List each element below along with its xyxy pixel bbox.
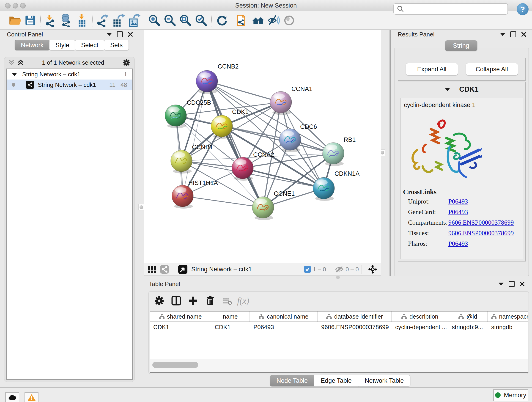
application-window: Session: New Session [0,0,532,402]
crosslink-link[interactable]: P06493 [448,208,468,216]
warning-status-button[interactable] [25,392,38,402]
column-header[interactable]: @id [448,312,488,322]
search-input[interactable] [393,3,508,15]
tab-network-table[interactable]: Network Table [358,375,411,386]
network-node-cdkn1a[interactable] [313,177,335,201]
import-network-database-icon[interactable] [59,13,74,28]
network-edge[interactable] [183,81,207,196]
zoom-in-icon[interactable] [147,13,162,28]
network-node-cdc25b[interactable] [165,105,186,128]
table-cell[interactable]: CDK1 [211,322,250,332]
collapse-results-icon[interactable] [500,33,505,36]
table-cell[interactable]: CDK1 [150,322,211,332]
close-results-icon[interactable] [521,32,526,37]
zoom-out-icon[interactable] [162,13,178,28]
crosslink-link[interactable]: 9606.ENSP00000378699 [448,230,514,237]
table-cell[interactable]: P06493 [250,322,317,332]
expand-collection-icon[interactable] [12,73,17,76]
network-node-rb1[interactable] [323,143,344,166]
tab-select[interactable]: Select [75,40,104,51]
table-row[interactable]: CDK1CDK1P064939606.ENSP00000378699cyclin… [150,322,528,332]
selected-checkbox-icon[interactable] [304,266,311,273]
network-row-selected[interactable]: String Network – cdk1 11 48 [7,80,132,90]
column-header[interactable]: database identifier [317,312,392,322]
tab-edge-table[interactable]: Edge Table [314,375,358,386]
column-header[interactable]: name [211,312,250,322]
left-splitter-handle[interactable] [138,204,144,211]
refresh-icon[interactable] [214,13,230,28]
node-label: CCNE1 [274,190,295,197]
export-image-icon[interactable] [126,13,142,28]
table-cell[interactable]: stringdb [488,322,528,332]
cloud-status-button[interactable] [5,392,19,402]
network-options-gear-icon[interactable] [123,59,130,66]
save-session-icon[interactable] [22,13,38,28]
network-node-cdk1[interactable] [211,115,233,139]
expand-all-icon[interactable] [18,59,24,66]
hscrollbar-thumb[interactable] [152,362,198,368]
collapse-panel-icon[interactable] [107,33,112,36]
collapse-all-icon[interactable] [8,59,14,66]
column-header[interactable]: description [392,312,448,322]
grid-view-icon[interactable] [147,265,157,274]
table-settings-gear-icon[interactable] [152,294,166,307]
birds-eye-view-icon[interactable] [178,264,188,274]
crosslink-link[interactable]: P06493 [448,240,468,247]
home-pages-icon[interactable] [250,13,266,28]
network-node-ccnb1[interactable] [171,150,192,173]
column-header[interactable]: shared name [150,312,211,322]
export-network-icon[interactable] [95,13,110,28]
close-table-icon[interactable] [520,281,525,287]
network-node-ccne1[interactable] [252,197,274,220]
open-session-icon[interactable] [7,13,22,28]
collapse-all-button[interactable]: Collapse All [466,63,518,75]
column-header[interactable]: namespace [488,312,528,322]
show-columns-icon[interactable] [169,294,183,307]
import-network-file-icon[interactable] [43,13,59,28]
zoom-fit-icon[interactable] [178,13,193,28]
import-table-icon[interactable] [74,13,90,28]
zoom-selected-icon[interactable] [193,13,209,28]
network-node-cdc6[interactable] [279,129,301,152]
crosslink-link[interactable]: P06493 [448,198,468,205]
node-label: CCNB1 [192,144,213,151]
add-column-icon[interactable] [186,294,200,307]
tab-sets[interactable]: Sets [104,40,129,51]
results-panel-divider[interactable] [389,30,391,276]
float-panel-icon[interactable] [117,32,123,37]
network-view-canvas[interactable]: CCNB2CCNA1CDC25BCDK1CDC6RB1CCNB1CCNA2CDK… [144,30,381,263]
tab-style[interactable]: Style [49,40,75,51]
delete-column-icon[interactable] [203,294,217,307]
show-all-icon[interactable] [281,13,297,28]
table-cell[interactable]: cyclin-dependent ... [392,322,448,332]
close-panel-icon[interactable] [128,32,133,37]
export-table-icon[interactable] [110,13,126,28]
network-node-hist1h1a[interactable] [172,185,193,209]
float-table-icon[interactable] [509,281,515,287]
share-session-icon[interactable] [234,13,250,28]
network-edge[interactable] [183,196,263,207]
expand-all-button[interactable]: Expand All [406,63,458,75]
network-node-ccna1[interactable] [270,91,292,115]
memory-button[interactable]: Memory [493,389,528,401]
hide-selection-icon[interactable] [266,13,281,28]
table-hscrollbar[interactable] [150,359,528,373]
network-edge[interactable] [207,81,263,207]
help-button[interactable]: ? [517,3,529,15]
move-network-icon[interactable] [368,264,378,274]
crosslink-row: GeneCard:P06493 [401,207,523,217]
tab-network[interactable]: Network [15,40,50,51]
crosslink-link[interactable]: 9606.ENSP00000378699 [448,219,514,226]
column-header[interactable]: canonical name [250,312,317,322]
tab-string[interactable]: String [445,40,477,51]
table-cell[interactable]: stringdb:9... [448,322,488,332]
share-view-icon[interactable] [160,265,169,274]
float-results-icon[interactable] [510,32,516,37]
table-cell[interactable]: 9606.ENSP00000378699 [317,322,392,332]
network-node-ccna2[interactable] [232,157,253,181]
collapse-table-icon[interactable] [499,283,504,286]
tab-node-table[interactable]: Node Table [270,375,314,386]
memory-status-icon [495,392,500,398]
network-collection-row[interactable]: String Network – cdk1 1 [7,69,132,80]
collapse-gene-icon[interactable] [445,88,450,91]
